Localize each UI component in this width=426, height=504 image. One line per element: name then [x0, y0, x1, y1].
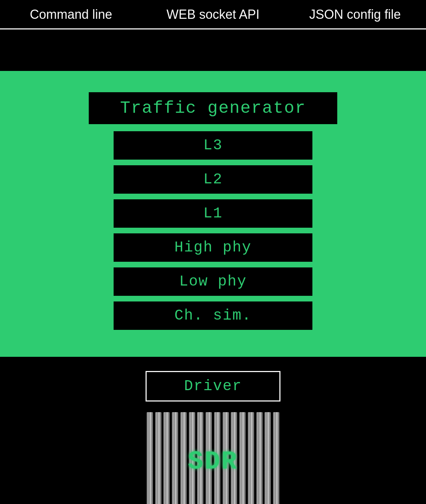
l1-box: L1 [114, 199, 312, 228]
sdr-label: SDR [188, 447, 238, 476]
header-divider-line-3 [284, 28, 426, 29]
high-phy-label: High phy [174, 239, 252, 256]
header-item-json-config: JSON config file [284, 0, 426, 29]
l2-label: L2 [203, 171, 223, 188]
sdr-pin-1 [147, 412, 153, 504]
web-socket-label: WEB socket API [163, 0, 263, 22]
sdr-pin-2 [155, 412, 162, 504]
l3-label: L3 [203, 137, 223, 154]
sdr-container: SDR [146, 412, 280, 504]
header-divider-line [0, 28, 142, 29]
ch-sim-label: Ch. sim. [174, 307, 252, 324]
l3-box: L3 [114, 131, 312, 160]
l1-label: L1 [203, 205, 223, 222]
header-section: Command line WEB socket API JSON config … [0, 0, 426, 71]
ch-sim-box: Ch. sim. [114, 301, 312, 330]
sdr-pin-14 [256, 412, 263, 504]
traffic-generator-label: Traffic generator [120, 99, 306, 118]
low-phy-box: Low phy [114, 267, 312, 296]
sdr-pin-4 [172, 412, 178, 504]
sdr-pin-16 [273, 412, 279, 504]
header-item-web-socket: WEB socket API [142, 0, 284, 29]
sdr-pin-13 [248, 412, 254, 504]
low-phy-label: Low phy [179, 273, 247, 290]
json-config-label: JSON config file [306, 0, 404, 22]
sdr-pin-5 [180, 412, 187, 504]
sdr-pin-15 [264, 412, 271, 504]
driver-box: Driver [146, 371, 280, 401]
traffic-generator-box: Traffic generator [89, 92, 337, 124]
header-item-command-line: Command line [0, 0, 142, 29]
sdr-pin-3 [163, 412, 170, 504]
sdr-pin-12 [239, 412, 246, 504]
command-line-label: Command line [26, 0, 116, 22]
bottom-section: Driver SDR [0, 357, 426, 504]
header-divider-line-2 [142, 28, 284, 29]
high-phy-box: High phy [114, 233, 312, 262]
l2-box: L2 [114, 165, 312, 194]
main-section: Traffic generator L3 L2 L1 High phy Low … [0, 71, 426, 357]
driver-label: Driver [184, 378, 242, 395]
